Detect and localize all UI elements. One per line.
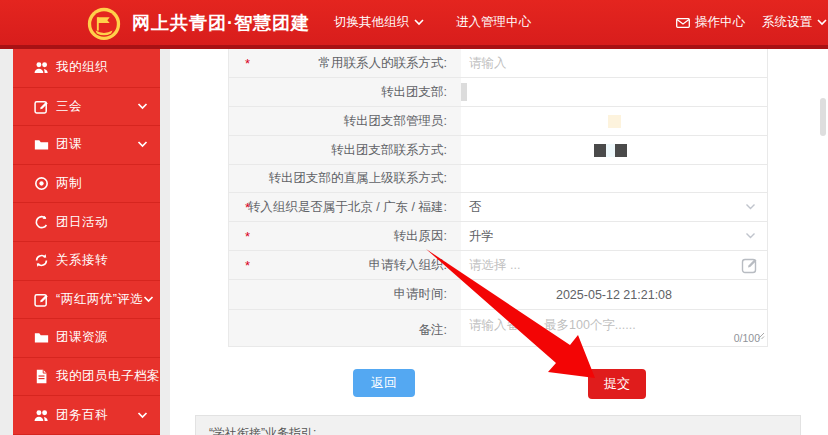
sidebar-content-gutter [160, 49, 170, 435]
resize-handle-icon[interactable] [757, 326, 765, 344]
target-icon [34, 176, 49, 191]
back-button[interactable]: 返回 [353, 369, 415, 397]
sidebar-item-my-organization[interactable]: 我的组织 [13, 49, 160, 88]
required-asterisk: * [245, 258, 250, 273]
chevron-down-icon [745, 204, 756, 211]
target-org-picker[interactable]: 请选择 ... [461, 251, 767, 279]
sidebar-item-label: 我的团员电子档案 [56, 368, 160, 385]
chevron-down-icon [817, 19, 827, 26]
required-asterisk: * [245, 200, 250, 215]
sidebar-item-label: 关系接转 [56, 252, 108, 269]
switch-org-menu[interactable]: 切换其他组织 [334, 14, 424, 31]
enter-admin-link[interactable]: 进入管理中心 [456, 14, 531, 31]
folder-icon [34, 330, 49, 345]
form-row-superior-contact: 转出团支部的直属上级联系方式: [229, 165, 767, 193]
users-icon [34, 408, 49, 423]
sidebar-item-class-resources[interactable]: 团课资源 [13, 319, 160, 358]
edit-picker-icon[interactable] [741, 256, 759, 274]
transfer-application-form: * 常用联系人的联系方式: 转出团支部: 转出团支部管理员: 转出团支部联系方式… [228, 49, 768, 347]
users-icon [34, 60, 49, 75]
sidebar-item-league-class[interactable]: 团课 [13, 126, 160, 165]
sidebar-item-label: 三会 [56, 98, 82, 115]
frequent-contact-input[interactable] [469, 56, 767, 70]
folder-icon [34, 137, 49, 152]
system-settings-label: 系统设置 [762, 14, 812, 31]
select-value: 升学 [469, 228, 494, 245]
league-emblem-logo [85, 4, 123, 42]
field-label: 转出团支部: [381, 84, 447, 101]
field-label: 申请时间: [394, 286, 447, 303]
sidebar-item-label: 团务百科 [56, 407, 108, 424]
sidebar-item-relationship-transfer[interactable]: 关系接转 [13, 242, 160, 281]
sidebar-item-label: “两红两优”评选 [56, 291, 143, 308]
form-row-transfer-reason: * 转出原因: 升学 [229, 222, 767, 251]
chevron-down-icon [137, 141, 148, 148]
field-label: 转出原因: [394, 228, 447, 245]
switch-org-label: 切换其他组织 [334, 14, 409, 31]
sidebar-item-league-day-activities[interactable]: 团日活动 [13, 203, 160, 242]
sidebar-item-member-archive[interactable]: 我的团员电子档案 [13, 358, 160, 397]
header-left-group: 网上共青团·智慧团建 切换其他组织 进入管理中心 [0, 4, 531, 42]
sidebar-item-two-reds-selection[interactable]: “两红两优”评选 [13, 281, 160, 320]
form-row-remarks: 备注: 0/100 [229, 310, 767, 347]
chevron-down-icon [143, 296, 154, 303]
form-row-target-org: * 申请转入组织: 请选择 ... [229, 251, 767, 280]
sidebar-item-label: 两制 [56, 175, 82, 192]
business-guide-panel: “学社衔接”业务指引: [195, 415, 801, 435]
chevron-down-icon [137, 103, 148, 110]
submit-button[interactable]: 提交 [588, 369, 646, 399]
guide-panel-title: “学社衔接”业务指引: [209, 426, 316, 435]
chevron-down-icon [137, 412, 148, 419]
page-left-gutter [0, 49, 13, 435]
redacted-value [608, 115, 621, 128]
form-row-out-branch: 转出团支部: [229, 78, 767, 107]
form-row-region-select: * 转入组织是否属于北京 / 广东 / 福建: 否 [229, 193, 767, 222]
sidebar-item-two-systems[interactable]: 两制 [13, 165, 160, 204]
field-label: 备注: [419, 322, 447, 339]
recycle-icon [34, 215, 49, 230]
top-header: 网上共青团·智慧团建 切换其他组织 进入管理中心 操作中心 系统设置 [0, 0, 828, 45]
apply-time-value: 2025-05-12 21:21:08 [469, 288, 767, 302]
operation-center-label: 操作中心 [695, 14, 745, 31]
sidebar-item-three-meetings[interactable]: 三会 [13, 88, 160, 127]
field-label: 申请转入组织: [369, 257, 447, 274]
picker-placeholder: 请选择 ... [469, 257, 520, 274]
document-icon [34, 369, 49, 384]
field-label: 常用联系人的联系方式: [319, 55, 447, 72]
sidebar-item-league-encyclopedia[interactable]: 团务百科 [13, 396, 160, 435]
page: 网上共青团·智慧团建 切换其他组织 进入管理中心 操作中心 系统设置 [0, 0, 828, 435]
sidebar-item-label: 我的组织 [56, 59, 108, 76]
envelope-icon [676, 18, 690, 28]
chevron-down-icon [745, 233, 756, 240]
field-label: 转出团支部管理员: [344, 113, 447, 130]
form-row-out-branch-contact: 转出团支部联系方式: [229, 136, 767, 165]
sidebar-item-label: 团课资源 [56, 329, 108, 346]
field-label: 转出团支部联系方式: [331, 142, 447, 159]
select-value: 否 [469, 199, 482, 216]
region-select[interactable]: 否 [461, 193, 767, 221]
remarks-textarea[interactable] [469, 310, 767, 346]
chevron-down-icon [414, 19, 424, 26]
field-label: 转出团支部的直属上级联系方式: [269, 170, 447, 187]
form-row-apply-time: 申请时间: 2025-05-12 21:21:08 [229, 280, 767, 310]
system-settings-menu[interactable]: 系统设置 [762, 14, 827, 31]
redacted-value [461, 83, 467, 101]
sidebar-item-label: 团课 [56, 136, 82, 153]
operation-center-link[interactable]: 操作中心 [676, 14, 745, 31]
sidebar-item-label: 团日活动 [56, 214, 108, 231]
required-asterisk: * [245, 229, 250, 244]
form-row-out-branch-admin: 转出团支部管理员: [229, 107, 767, 136]
required-asterisk: * [245, 56, 250, 71]
redacted-value [594, 144, 627, 157]
enter-admin-label: 进入管理中心 [456, 14, 531, 31]
field-label: 转入组织是否属于北京 / 广东 / 福建: [248, 199, 447, 216]
edit-icon [34, 292, 49, 307]
transfer-reason-select[interactable]: 升学 [461, 222, 767, 250]
scrollbar-thumb[interactable] [820, 98, 826, 136]
sidebar: 我的组织 三会 团课 两制 [13, 49, 160, 435]
form-row-frequent-contact: * 常用联系人的联系方式: [229, 49, 767, 78]
header-right-group: 操作中心 系统设置 ? 帮助 [676, 0, 828, 45]
app-title: 网上共青团·智慧团建 [132, 11, 310, 35]
sync-icon [34, 253, 49, 268]
edit-icon [34, 99, 49, 114]
